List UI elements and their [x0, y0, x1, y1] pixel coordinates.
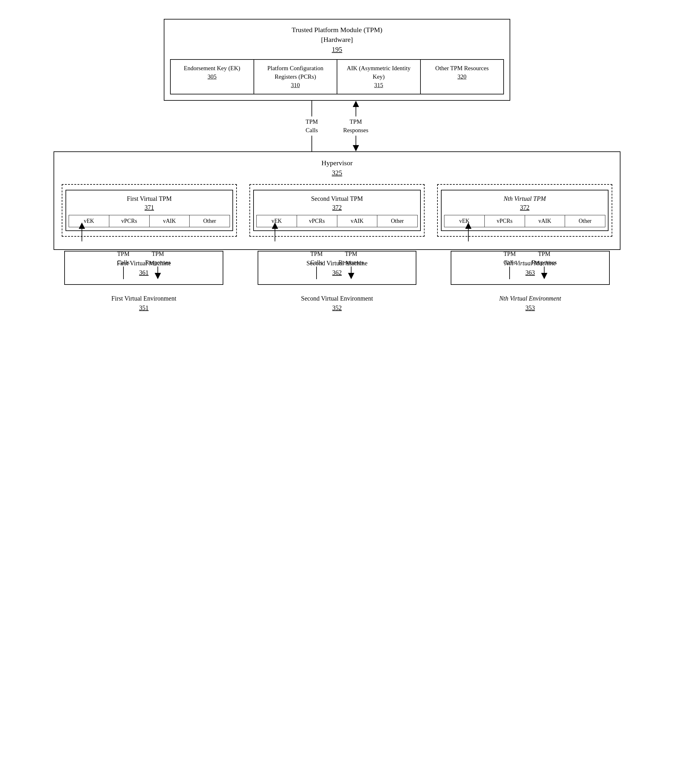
tpm-cell-aik: AIK (Asymmetric Identity Key) 315: [337, 60, 421, 94]
second-up-line: [275, 229, 275, 241]
vtpm-nth-vaik: vAIK: [525, 215, 565, 227]
vtpm-second-title: Second Virtual TPM 372: [311, 194, 363, 212]
second-ve-col: TPM Calls TPM Responses: [247, 250, 427, 313]
second-up-arrow: [272, 222, 278, 241]
tpm-ek-label: Endorsement Key (EK): [184, 65, 240, 72]
tpm-box: Trusted Platform Module (TPM) [Hardware]…: [164, 19, 510, 101]
tpm-responses-label: TPM Responses: [343, 118, 368, 134]
vtpm-nth-other: Other: [565, 215, 605, 227]
tpm-responses-arrow-col: TPM Responses: [343, 101, 368, 151]
tpm-cell-other: Other TPM Resources 320: [421, 60, 504, 94]
tpm-aik-ref: 315: [374, 82, 383, 89]
tpm-title-line2: [Hardware]: [321, 36, 353, 44]
tpm-calls-arrow-col: TPM Calls: [306, 101, 318, 151]
first-ve-col: TPM Calls TPM Responses: [53, 250, 234, 313]
first-up-arrowhead: [79, 222, 85, 229]
vtpm-first-vaik: vAIK: [150, 215, 190, 227]
vtpm-first-title: First Virtual TPM 371: [127, 194, 172, 212]
nth-vm-box: Nth Virtual Machine 363: [451, 251, 610, 285]
vtpm-first-vek: vEK: [69, 215, 109, 227]
vtpm-nth: Nth Virtual TPM 372 vEK vPCRs vAIK Other: [437, 184, 612, 237]
tpm-calls-line2: [356, 107, 356, 117]
vtpm-first-cells: vEK vPCRs vAIK Other: [69, 215, 230, 227]
vtpm-first-inner: First Virtual TPM 371 vEK vPCRs vAIK Oth…: [66, 190, 233, 231]
tpm-calls-line-bottom: [312, 136, 312, 151]
tpm-components-row: Endorsement Key (EK) 305 Platform Config…: [170, 59, 504, 95]
vtpm-first: First Virtual TPM 371 vEK vPCRs vAIK Oth…: [62, 184, 237, 237]
tpm-aik-label: AIK (Asymmetric Identity Key): [347, 65, 411, 80]
first-up-arrow: [79, 222, 85, 241]
vtpm-row: First Virtual TPM 371 vEK vPCRs vAIK Oth…: [62, 184, 612, 237]
tpm-pcr-label: Platform Configuration Registers (PCRs): [267, 65, 323, 80]
tpm-responses-line: [356, 136, 356, 145]
vtpm-nth-title: Nth Virtual TPM 372: [504, 194, 546, 212]
tpm-other-ref: 320: [458, 73, 467, 80]
hypervisor-label: Hypervisor: [321, 159, 353, 167]
first-ve-label: First Virtual Environment 351: [111, 294, 176, 313]
tpm-pcr-ref: 310: [291, 82, 300, 89]
vtpm-second-other: Other: [377, 215, 417, 227]
nth-up-line: [468, 229, 469, 241]
vtpm-first-vpcrs: vPCRs: [109, 215, 150, 227]
vtpm-second-vaik: vAIK: [337, 215, 378, 227]
bottom-section: TPM Calls TPM Responses: [53, 250, 621, 313]
tpm-other-label: Other TPM Resources: [435, 65, 489, 72]
tpm-cell-pcr: Platform Configuration Registers (PCRs) …: [254, 60, 338, 94]
second-up-arrowhead: [272, 222, 278, 229]
tpm-calls-line-top: [312, 101, 312, 117]
nth-ve-col: TPM Calls TPM Responses: [440, 250, 621, 313]
tpm-hyp-arrows: TPM Calls TPM Responses: [164, 101, 510, 151]
nth-up-arrow: [465, 222, 471, 241]
first-vm-box: First Virtual Machine 361: [64, 251, 223, 285]
tpm-cell-ek: Endorsement Key (EK) 305: [171, 60, 254, 94]
first-up-line: [81, 229, 82, 241]
diagram: Trusted Platform Module (TPM) [Hardware]…: [38, 19, 636, 313]
vtpm-first-other: Other: [190, 215, 229, 227]
tpm-up-arrowhead: [353, 101, 359, 107]
second-ve-label: Second Virtual Environment 352: [301, 294, 373, 313]
vtpm-second-inner: Second Virtual TPM 372 vEK vPCRs vAIK Ot…: [253, 190, 421, 231]
tpm-ref: 195: [332, 45, 342, 53]
hypervisor-title: Hypervisor 325: [321, 158, 353, 178]
tpm-title-line1: Trusted Platform Module (TPM): [292, 26, 382, 34]
tpm-calls-label: TPM Calls: [306, 118, 318, 134]
hypervisor-ref: 325: [332, 169, 342, 177]
vtpm-second-vpcrs: vPCRs: [297, 215, 337, 227]
vtpm-nth-vpcrs: vPCRs: [485, 215, 525, 227]
nth-up-arrowhead: [465, 222, 471, 229]
vtpm-nth-vek: vEK: [445, 215, 485, 227]
second-vm-box: Second Virtual Machine 362: [257, 251, 417, 285]
tpm-ek-ref: 305: [208, 73, 217, 80]
vtpm-second-cells: vEK vPCRs vAIK Other: [256, 215, 418, 227]
tpm-down-arrowhead: [353, 145, 359, 151]
nth-ve-label: Nth Virtual Environment 353: [499, 294, 561, 313]
hypervisor-box: Hypervisor 325 First Virtual TPM 371 vEK…: [53, 151, 621, 250]
tpm-title: Trusted Platform Module (TPM) [Hardware]…: [292, 25, 382, 54]
